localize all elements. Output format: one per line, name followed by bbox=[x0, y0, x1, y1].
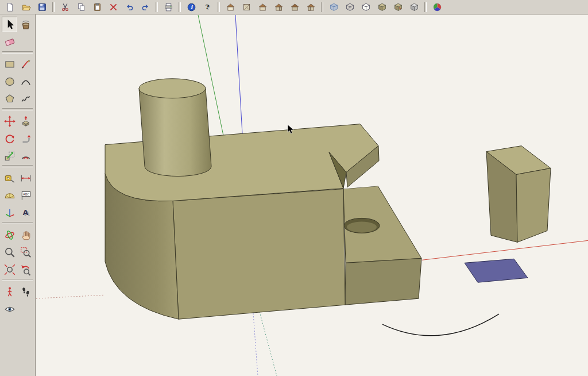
materials-button[interactable] bbox=[430, 1, 444, 14]
move-tool-button[interactable] bbox=[2, 113, 17, 129]
style-shaded-textures-button[interactable] bbox=[390, 1, 405, 14]
line-tool-button[interactable] bbox=[18, 56, 33, 72]
tape-measure-tool-button[interactable] bbox=[2, 170, 17, 186]
paste-icon bbox=[92, 2, 102, 12]
tool-group-divider bbox=[2, 222, 33, 224]
position-camera-icon bbox=[3, 286, 16, 298]
tool-group-divider bbox=[2, 279, 33, 281]
blue-quad-face[interactable] bbox=[465, 259, 528, 282]
cylinder-top-face[interactable] bbox=[139, 79, 206, 98]
model-info-icon: i bbox=[187, 2, 196, 12]
pan-icon bbox=[20, 229, 32, 241]
style-monochrome-button[interactable] bbox=[407, 1, 421, 14]
style-wireframe-button[interactable] bbox=[342, 1, 357, 14]
previous-icon bbox=[20, 263, 32, 276]
undo-button[interactable] bbox=[122, 1, 137, 14]
view-front-button[interactable] bbox=[255, 1, 270, 14]
toolbar-separator bbox=[52, 2, 55, 12]
toolbar-separator bbox=[218, 2, 220, 12]
axes-tool-button[interactable] bbox=[2, 205, 17, 220]
zoom-extents-icon bbox=[3, 263, 16, 276]
tool-group-divider bbox=[2, 165, 33, 167]
walk-tool-button[interactable] bbox=[18, 284, 33, 300]
view-left-icon bbox=[306, 2, 316, 12]
tool-group-divider bbox=[2, 51, 33, 53]
paint-tool-button[interactable] bbox=[18, 17, 33, 32]
new-document-button[interactable] bbox=[2, 1, 17, 14]
style-wireframe-icon bbox=[345, 2, 355, 12]
freehand-tool-button[interactable] bbox=[18, 91, 33, 106]
view-iso-button[interactable] bbox=[223, 1, 238, 14]
main-block[interactable] bbox=[105, 79, 421, 319]
arc-edge[interactable] bbox=[382, 314, 499, 336]
undo-icon bbox=[125, 2, 134, 12]
model-info-button[interactable]: i bbox=[184, 1, 199, 14]
previous-tool-button[interactable] bbox=[18, 262, 33, 277]
circle-tool-button[interactable] bbox=[2, 74, 17, 89]
blue-axis bbox=[235, 15, 242, 134]
style-shaded-icon bbox=[377, 2, 387, 12]
axes-icon bbox=[3, 206, 16, 219]
3d-text-tool-button[interactable]: AA bbox=[18, 205, 33, 220]
redo-button[interactable] bbox=[138, 1, 153, 14]
small-box[interactable] bbox=[486, 146, 551, 243]
front-face[interactable] bbox=[173, 189, 345, 320]
copy-button[interactable] bbox=[74, 1, 88, 14]
paste-button[interactable] bbox=[90, 1, 105, 14]
follow-me-icon bbox=[20, 132, 32, 145]
blue-axis-negative bbox=[253, 313, 258, 376]
offset-tool-button[interactable] bbox=[18, 148, 33, 163]
box-right-face[interactable] bbox=[516, 168, 551, 243]
new-document-icon bbox=[5, 2, 15, 12]
position-camera-tool-button[interactable] bbox=[2, 284, 17, 300]
model-scene[interactable] bbox=[36, 15, 588, 376]
tool-row bbox=[0, 284, 35, 300]
text-tool-button[interactable]: ABC bbox=[18, 187, 33, 203]
freehand-icon bbox=[20, 93, 32, 105]
zoom-extents-tool-button[interactable] bbox=[2, 262, 17, 277]
select-tool-button[interactable] bbox=[2, 17, 17, 32]
print-button[interactable] bbox=[161, 1, 176, 14]
style-xray-button[interactable] bbox=[326, 1, 341, 14]
follow-me-tool-button[interactable] bbox=[18, 131, 33, 146]
open-button[interactable] bbox=[18, 1, 33, 14]
tool-row bbox=[0, 131, 35, 146]
cylinder-body[interactable] bbox=[139, 89, 211, 177]
style-hidden-line-icon bbox=[361, 2, 371, 12]
polygon-tool-button[interactable] bbox=[2, 91, 17, 106]
help-button[interactable]: ?? bbox=[200, 1, 215, 14]
protractor-tool-button[interactable] bbox=[2, 187, 17, 203]
erase-icon bbox=[109, 2, 118, 12]
view-left-button[interactable] bbox=[303, 1, 318, 14]
view-back-button[interactable] bbox=[287, 1, 302, 14]
toolbar-spacer bbox=[18, 301, 33, 317]
drawing-canvas[interactable] bbox=[36, 15, 588, 376]
view-top-button[interactable] bbox=[239, 1, 254, 14]
arc-tool-button[interactable] bbox=[18, 74, 33, 89]
save-button[interactable] bbox=[34, 1, 49, 14]
tool-row bbox=[0, 74, 35, 89]
eraser-tool-button[interactable] bbox=[2, 34, 17, 49]
view-back-icon bbox=[290, 2, 300, 12]
text-icon: ABC bbox=[20, 189, 32, 202]
look-around-tool-button[interactable] bbox=[2, 301, 17, 317]
cut-button[interactable] bbox=[57, 1, 72, 14]
step-front-face[interactable] bbox=[345, 258, 421, 305]
tool-row bbox=[0, 227, 35, 243]
style-shaded-button[interactable] bbox=[374, 1, 389, 14]
zoom-window-tool-button[interactable] bbox=[18, 244, 33, 260]
erase-button[interactable] bbox=[106, 1, 121, 14]
green-axis-negative bbox=[260, 312, 277, 376]
view-right-button[interactable] bbox=[271, 1, 286, 14]
zoom-tool-button[interactable] bbox=[2, 244, 17, 260]
toolbar-separator bbox=[156, 2, 158, 12]
dimensions-tool-button[interactable] bbox=[18, 170, 33, 186]
rotate-tool-button[interactable] bbox=[2, 131, 17, 146]
pan-tool-button[interactable] bbox=[18, 227, 33, 243]
style-hidden-line-button[interactable] bbox=[358, 1, 373, 14]
scale-tool-button[interactable] bbox=[2, 148, 17, 163]
rectangle-tool-button[interactable] bbox=[2, 56, 17, 72]
push-pull-tool-button[interactable] bbox=[18, 113, 33, 129]
tool-row bbox=[0, 91, 35, 106]
orbit-tool-button[interactable] bbox=[2, 227, 17, 243]
